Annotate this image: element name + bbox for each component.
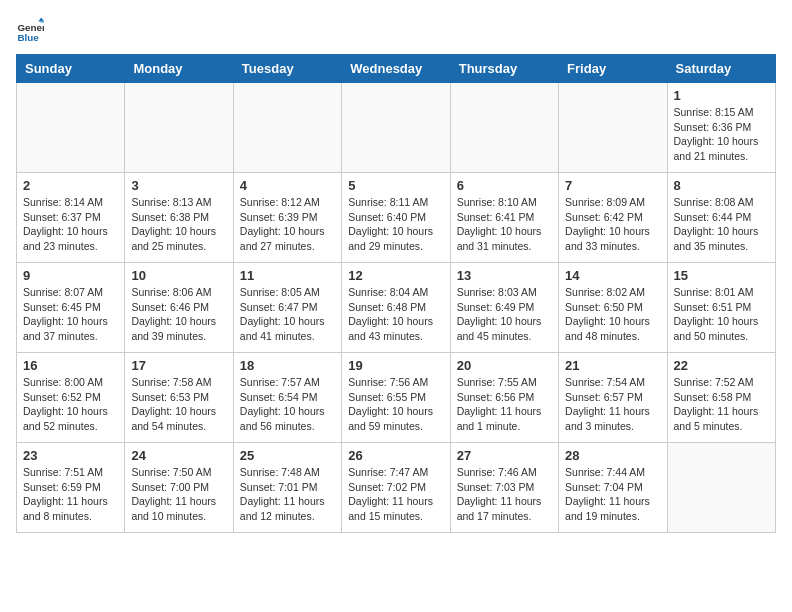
calendar-cell: 1Sunrise: 8:15 AM Sunset: 6:36 PM Daylig…: [667, 83, 775, 173]
day-info: Sunrise: 8:12 AM Sunset: 6:39 PM Dayligh…: [240, 195, 335, 254]
calendar-cell: 5Sunrise: 8:11 AM Sunset: 6:40 PM Daylig…: [342, 173, 450, 263]
calendar-cell: 14Sunrise: 8:02 AM Sunset: 6:50 PM Dayli…: [559, 263, 667, 353]
day-info: Sunrise: 8:09 AM Sunset: 6:42 PM Dayligh…: [565, 195, 660, 254]
calendar-cell: 10Sunrise: 8:06 AM Sunset: 6:46 PM Dayli…: [125, 263, 233, 353]
calendar-cell: 17Sunrise: 7:58 AM Sunset: 6:53 PM Dayli…: [125, 353, 233, 443]
calendar-cell: [450, 83, 558, 173]
day-info: Sunrise: 8:04 AM Sunset: 6:48 PM Dayligh…: [348, 285, 443, 344]
day-number: 24: [131, 448, 226, 463]
day-info: Sunrise: 7:52 AM Sunset: 6:58 PM Dayligh…: [674, 375, 769, 434]
day-info: Sunrise: 7:47 AM Sunset: 7:02 PM Dayligh…: [348, 465, 443, 524]
day-number: 5: [348, 178, 443, 193]
calendar-cell: 20Sunrise: 7:55 AM Sunset: 6:56 PM Dayli…: [450, 353, 558, 443]
day-number: 20: [457, 358, 552, 373]
day-info: Sunrise: 8:14 AM Sunset: 6:37 PM Dayligh…: [23, 195, 118, 254]
day-info: Sunrise: 7:54 AM Sunset: 6:57 PM Dayligh…: [565, 375, 660, 434]
calendar-cell: 26Sunrise: 7:47 AM Sunset: 7:02 PM Dayli…: [342, 443, 450, 533]
calendar: SundayMondayTuesdayWednesdayThursdayFrid…: [16, 54, 776, 533]
day-number: 1: [674, 88, 769, 103]
weekday-header-monday: Monday: [125, 55, 233, 83]
day-info: Sunrise: 7:55 AM Sunset: 6:56 PM Dayligh…: [457, 375, 552, 434]
day-number: 14: [565, 268, 660, 283]
day-info: Sunrise: 8:02 AM Sunset: 6:50 PM Dayligh…: [565, 285, 660, 344]
calendar-cell: 2Sunrise: 8:14 AM Sunset: 6:37 PM Daylig…: [17, 173, 125, 263]
day-number: 28: [565, 448, 660, 463]
logo: General Blue: [16, 16, 44, 44]
day-number: 10: [131, 268, 226, 283]
day-number: 11: [240, 268, 335, 283]
calendar-cell: 16Sunrise: 8:00 AM Sunset: 6:52 PM Dayli…: [17, 353, 125, 443]
day-info: Sunrise: 7:58 AM Sunset: 6:53 PM Dayligh…: [131, 375, 226, 434]
header: General Blue: [16, 16, 776, 44]
day-info: Sunrise: 8:11 AM Sunset: 6:40 PM Dayligh…: [348, 195, 443, 254]
calendar-week-4: 16Sunrise: 8:00 AM Sunset: 6:52 PM Dayli…: [17, 353, 776, 443]
day-info: Sunrise: 8:10 AM Sunset: 6:41 PM Dayligh…: [457, 195, 552, 254]
calendar-week-1: 1Sunrise: 8:15 AM Sunset: 6:36 PM Daylig…: [17, 83, 776, 173]
day-info: Sunrise: 8:05 AM Sunset: 6:47 PM Dayligh…: [240, 285, 335, 344]
calendar-cell: 12Sunrise: 8:04 AM Sunset: 6:48 PM Dayli…: [342, 263, 450, 353]
svg-text:Blue: Blue: [17, 32, 39, 43]
calendar-cell: 23Sunrise: 7:51 AM Sunset: 6:59 PM Dayli…: [17, 443, 125, 533]
calendar-week-3: 9Sunrise: 8:07 AM Sunset: 6:45 PM Daylig…: [17, 263, 776, 353]
day-number: 21: [565, 358, 660, 373]
day-number: 4: [240, 178, 335, 193]
weekday-header-thursday: Thursday: [450, 55, 558, 83]
day-info: Sunrise: 8:03 AM Sunset: 6:49 PM Dayligh…: [457, 285, 552, 344]
calendar-cell: 9Sunrise: 8:07 AM Sunset: 6:45 PM Daylig…: [17, 263, 125, 353]
calendar-cell: 27Sunrise: 7:46 AM Sunset: 7:03 PM Dayli…: [450, 443, 558, 533]
day-number: 3: [131, 178, 226, 193]
weekday-header-saturday: Saturday: [667, 55, 775, 83]
day-info: Sunrise: 7:44 AM Sunset: 7:04 PM Dayligh…: [565, 465, 660, 524]
calendar-cell: 11Sunrise: 8:05 AM Sunset: 6:47 PM Dayli…: [233, 263, 341, 353]
day-number: 15: [674, 268, 769, 283]
day-number: 16: [23, 358, 118, 373]
day-info: Sunrise: 8:01 AM Sunset: 6:51 PM Dayligh…: [674, 285, 769, 344]
weekday-header-sunday: Sunday: [17, 55, 125, 83]
weekday-header-friday: Friday: [559, 55, 667, 83]
calendar-week-2: 2Sunrise: 8:14 AM Sunset: 6:37 PM Daylig…: [17, 173, 776, 263]
day-number: 12: [348, 268, 443, 283]
day-info: Sunrise: 8:00 AM Sunset: 6:52 PM Dayligh…: [23, 375, 118, 434]
calendar-cell: [233, 83, 341, 173]
calendar-cell: [342, 83, 450, 173]
day-info: Sunrise: 8:15 AM Sunset: 6:36 PM Dayligh…: [674, 105, 769, 164]
weekday-header-wednesday: Wednesday: [342, 55, 450, 83]
calendar-cell: 13Sunrise: 8:03 AM Sunset: 6:49 PM Dayli…: [450, 263, 558, 353]
day-info: Sunrise: 7:57 AM Sunset: 6:54 PM Dayligh…: [240, 375, 335, 434]
day-number: 6: [457, 178, 552, 193]
day-number: 26: [348, 448, 443, 463]
calendar-cell: 15Sunrise: 8:01 AM Sunset: 6:51 PM Dayli…: [667, 263, 775, 353]
calendar-cell: 21Sunrise: 7:54 AM Sunset: 6:57 PM Dayli…: [559, 353, 667, 443]
calendar-cell: 24Sunrise: 7:50 AM Sunset: 7:00 PM Dayli…: [125, 443, 233, 533]
day-number: 8: [674, 178, 769, 193]
day-info: Sunrise: 7:46 AM Sunset: 7:03 PM Dayligh…: [457, 465, 552, 524]
day-info: Sunrise: 7:51 AM Sunset: 6:59 PM Dayligh…: [23, 465, 118, 524]
calendar-cell: 18Sunrise: 7:57 AM Sunset: 6:54 PM Dayli…: [233, 353, 341, 443]
day-number: 2: [23, 178, 118, 193]
calendar-cell: [125, 83, 233, 173]
day-info: Sunrise: 7:48 AM Sunset: 7:01 PM Dayligh…: [240, 465, 335, 524]
calendar-cell: 19Sunrise: 7:56 AM Sunset: 6:55 PM Dayli…: [342, 353, 450, 443]
day-number: 27: [457, 448, 552, 463]
calendar-cell: [559, 83, 667, 173]
calendar-cell: 6Sunrise: 8:10 AM Sunset: 6:41 PM Daylig…: [450, 173, 558, 263]
calendar-cell: 22Sunrise: 7:52 AM Sunset: 6:58 PM Dayli…: [667, 353, 775, 443]
day-number: 23: [23, 448, 118, 463]
calendar-week-5: 23Sunrise: 7:51 AM Sunset: 6:59 PM Dayli…: [17, 443, 776, 533]
day-number: 22: [674, 358, 769, 373]
day-number: 13: [457, 268, 552, 283]
day-info: Sunrise: 7:50 AM Sunset: 7:00 PM Dayligh…: [131, 465, 226, 524]
day-number: 25: [240, 448, 335, 463]
day-info: Sunrise: 7:56 AM Sunset: 6:55 PM Dayligh…: [348, 375, 443, 434]
calendar-cell: [667, 443, 775, 533]
calendar-cell: 3Sunrise: 8:13 AM Sunset: 6:38 PM Daylig…: [125, 173, 233, 263]
day-number: 18: [240, 358, 335, 373]
calendar-cell: 4Sunrise: 8:12 AM Sunset: 6:39 PM Daylig…: [233, 173, 341, 263]
calendar-cell: 28Sunrise: 7:44 AM Sunset: 7:04 PM Dayli…: [559, 443, 667, 533]
logo-icon: General Blue: [16, 16, 44, 44]
day-number: 17: [131, 358, 226, 373]
calendar-cell: 25Sunrise: 7:48 AM Sunset: 7:01 PM Dayli…: [233, 443, 341, 533]
day-info: Sunrise: 8:07 AM Sunset: 6:45 PM Dayligh…: [23, 285, 118, 344]
calendar-cell: 8Sunrise: 8:08 AM Sunset: 6:44 PM Daylig…: [667, 173, 775, 263]
day-number: 9: [23, 268, 118, 283]
